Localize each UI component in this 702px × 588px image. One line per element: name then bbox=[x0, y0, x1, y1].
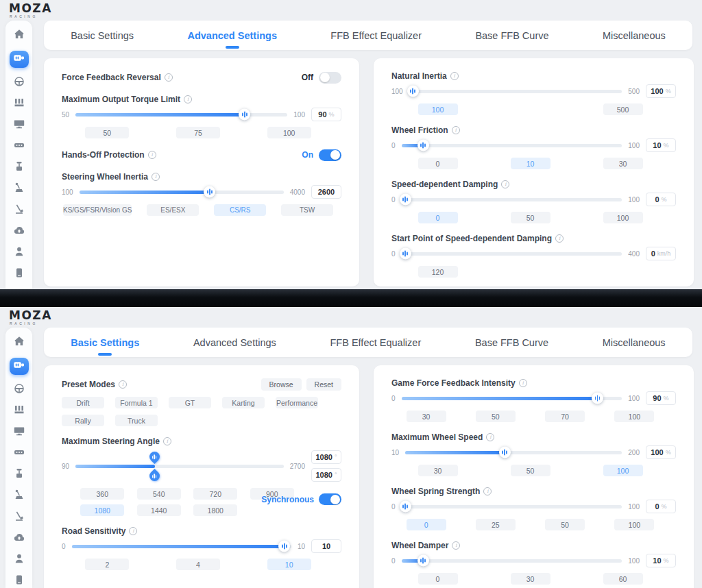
value-input[interactable]: 1080° bbox=[311, 450, 341, 464]
slider-handle[interactable] bbox=[400, 248, 411, 260]
synchronous-switch[interactable] bbox=[319, 493, 341, 505]
slider-handle-down[interactable] bbox=[147, 449, 161, 463]
preset-button[interactable]: 500 bbox=[603, 103, 643, 115]
preset-button[interactable]: 70 bbox=[545, 411, 585, 422]
info-icon[interactable]: i bbox=[119, 380, 127, 389]
sidebar-item-home[interactable] bbox=[12, 29, 26, 42]
preset-button[interactable]: 100 bbox=[603, 465, 643, 476]
slider-handle[interactable] bbox=[400, 194, 411, 206]
sidebar-item-pedals[interactable] bbox=[12, 98, 26, 110]
tab-advanced-settings[interactable]: Advanced Settings bbox=[192, 334, 278, 351]
tab-base-ffb-curve[interactable]: Base FFB Curve bbox=[474, 27, 550, 44]
slider-handle-up[interactable] bbox=[147, 468, 161, 482]
info-icon[interactable]: i bbox=[450, 72, 459, 80]
sidebar-item-device[interactable] bbox=[12, 575, 26, 587]
value-input[interactable]: 10% bbox=[646, 554, 676, 567]
info-icon[interactable]: i bbox=[483, 487, 492, 495]
preset-button[interactable]: 25 bbox=[476, 519, 516, 530]
info-icon[interactable]: i bbox=[129, 527, 137, 535]
info-icon[interactable]: i bbox=[152, 173, 160, 181]
slider-track[interactable] bbox=[80, 191, 284, 194]
toggle-switch[interactable] bbox=[319, 72, 341, 84]
value-input[interactable]: 90% bbox=[311, 108, 341, 121]
preset-button[interactable]: 75 bbox=[176, 127, 220, 138]
info-icon[interactable]: i bbox=[519, 379, 527, 387]
preset-mode-button[interactable]: Drift bbox=[62, 397, 104, 408]
preset-button[interactable]: 0 bbox=[418, 573, 458, 585]
info-icon[interactable]: i bbox=[184, 95, 192, 103]
sidebar-item-steering-wheel[interactable] bbox=[12, 384, 26, 396]
preset-mode-button[interactable]: Rally bbox=[62, 415, 104, 426]
tab-basic-settings[interactable]: Basic Settings bbox=[69, 334, 141, 351]
preset-button[interactable]: 100 bbox=[614, 411, 654, 422]
value-input[interactable]: 0% bbox=[646, 193, 676, 206]
sidebar-item-monitor[interactable] bbox=[12, 119, 26, 132]
info-icon[interactable]: i bbox=[148, 151, 156, 159]
slider-track[interactable] bbox=[402, 505, 622, 509]
slider-track[interactable] bbox=[402, 198, 622, 201]
tab-miscellaneous[interactable]: Miscellaneous bbox=[601, 334, 667, 351]
tab-ffb-effect-equalizer[interactable]: FFB Effect Equalizer bbox=[329, 27, 423, 44]
preset-button[interactable]: TSW bbox=[281, 204, 333, 216]
preset-button[interactable]: 100 bbox=[267, 127, 311, 138]
preset-button[interactable]: 30 bbox=[603, 158, 643, 169]
preset-button[interactable]: 1080 bbox=[80, 504, 124, 516]
preset-button[interactable]: 50 bbox=[476, 411, 516, 422]
sidebar-item-wheelbase[interactable] bbox=[10, 358, 29, 375]
preset-button[interactable]: 50 bbox=[511, 212, 550, 223]
value-input[interactable]: 100% bbox=[646, 84, 676, 98]
info-icon[interactable]: i bbox=[163, 437, 171, 445]
preset-mode-button[interactable]: Performance bbox=[276, 397, 318, 408]
slider-track[interactable] bbox=[402, 144, 622, 147]
info-icon[interactable]: i bbox=[501, 180, 509, 188]
value-input[interactable]: 2600 bbox=[311, 185, 341, 199]
slider-track[interactable] bbox=[72, 545, 291, 548]
preset-button[interactable]: 10 bbox=[267, 559, 311, 570]
value-input[interactable]: 90% bbox=[646, 391, 676, 405]
tab-base-ffb-curve[interactable]: Base FFB Curve bbox=[474, 334, 550, 351]
preset-button[interactable]: 30 bbox=[418, 465, 458, 476]
preset-button[interactable]: 1440 bbox=[137, 504, 181, 516]
info-icon[interactable]: i bbox=[452, 126, 460, 134]
preset-button[interactable]: 0 bbox=[418, 158, 458, 169]
value-input[interactable]: 100% bbox=[646, 445, 676, 459]
preset-button[interactable]: 100 bbox=[418, 103, 458, 115]
sidebar-item-shifter[interactable] bbox=[12, 183, 26, 195]
preset-button[interactable]: 1800 bbox=[193, 504, 237, 516]
sidebar-item-device[interactable] bbox=[12, 268, 26, 280]
sidebar-item-cloud[interactable] bbox=[12, 225, 26, 238]
info-icon[interactable]: i bbox=[165, 73, 173, 82]
slider-track[interactable] bbox=[402, 252, 622, 256]
info-icon[interactable]: i bbox=[486, 433, 494, 441]
tab-ffb-effect-equalizer[interactable]: FFB Effect Equalizer bbox=[329, 334, 423, 351]
tab-miscellaneous[interactable]: Miscellaneous bbox=[601, 27, 667, 44]
slider-handle[interactable] bbox=[239, 109, 250, 121]
sidebar-item-dashboard[interactable] bbox=[12, 448, 26, 460]
preset-button[interactable]: 4 bbox=[176, 559, 220, 570]
tab-basic-settings[interactable]: Basic Settings bbox=[69, 27, 135, 44]
sidebar-item-pedal[interactable] bbox=[12, 511, 26, 524]
info-icon[interactable]: i bbox=[452, 541, 460, 550]
value-input[interactable]: 10 bbox=[311, 539, 341, 553]
sidebar-item-cloud[interactable] bbox=[12, 532, 26, 545]
preset-button[interactable]: 10 bbox=[511, 158, 550, 169]
preset-button[interactable]: 50 bbox=[545, 519, 585, 530]
preset-button[interactable]: KS/GS/FSR/Vision GS bbox=[63, 204, 132, 216]
preset-button[interactable]: 100 bbox=[614, 519, 654, 530]
sidebar-item-handbrake[interactable] bbox=[12, 469, 26, 481]
value-input[interactable]: 0% bbox=[646, 500, 676, 513]
value-input[interactable]: 1080° bbox=[311, 468, 341, 482]
browse-button[interactable]: Browse bbox=[261, 378, 302, 391]
preset-button[interactable]: 720 bbox=[193, 488, 237, 500]
sidebar-item-user[interactable] bbox=[12, 247, 26, 259]
sidebar-item-steering-wheel[interactable] bbox=[12, 77, 26, 89]
preset-button[interactable]: CS/RS bbox=[214, 204, 266, 216]
slider-track[interactable] bbox=[402, 397, 622, 400]
value-input[interactable]: 0km/h bbox=[646, 247, 676, 260]
preset-button[interactable]: ES/ESX bbox=[147, 204, 199, 216]
slider-handle[interactable] bbox=[417, 140, 429, 151]
preset-button[interactable]: 50 bbox=[511, 465, 550, 476]
slider-handle[interactable] bbox=[417, 555, 429, 567]
sidebar-item-handbrake[interactable] bbox=[12, 162, 26, 174]
sidebar-item-dashboard[interactable] bbox=[12, 140, 26, 153]
